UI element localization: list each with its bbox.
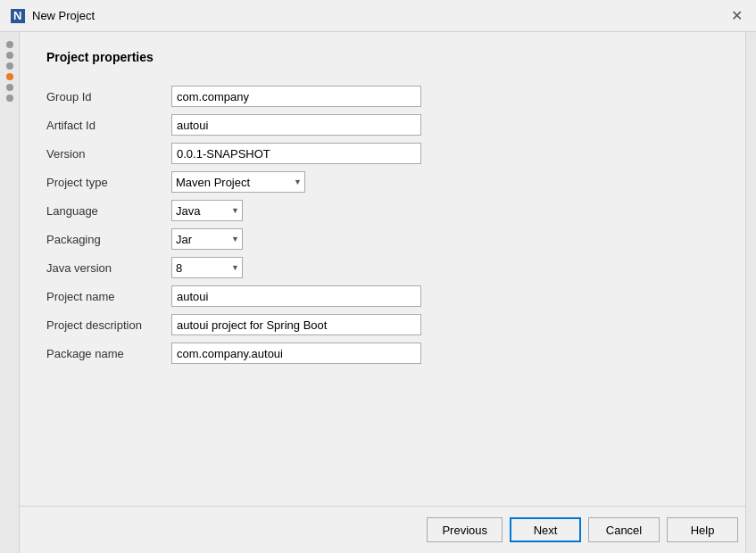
label-language: Language	[46, 196, 171, 225]
select-wrapper-packaging: Jar War	[171, 228, 243, 250]
label-project-type: Project type	[46, 168, 171, 196]
label-java-version: Java version	[46, 253, 171, 282]
title-bar: N New Project ✕	[0, 0, 756, 32]
section-title: Project properties	[46, 50, 729, 64]
select-wrapper-project-type: Maven Project Gradle Project	[171, 171, 305, 193]
stripe-dot-3	[6, 62, 13, 70]
input-project-description[interactable]	[171, 314, 421, 335]
cell-package-name	[171, 339, 493, 367]
app-icon: N	[11, 9, 25, 23]
input-project-name[interactable]	[171, 285, 421, 307]
label-version: Version	[46, 139, 171, 168]
label-project-name: Project name	[46, 282, 171, 310]
content-area: Project properties Group Id Artifact Id …	[20, 32, 756, 506]
label-project-description: Project description	[46, 310, 171, 339]
input-group-id[interactable]	[171, 86, 421, 107]
main-content: Project properties Group Id Artifact Id …	[0, 32, 756, 553]
cell-version	[171, 139, 493, 168]
stripe-dot-2	[6, 52, 13, 59]
left-stripe	[0, 32, 20, 553]
label-packaging: Packaging	[46, 225, 171, 253]
bottom-bar: Previous Next Cancel Help	[20, 506, 756, 553]
input-package-name[interactable]	[171, 343, 421, 364]
label-artifact-id: Artifact Id	[46, 111, 171, 139]
cell-artifact-id	[171, 111, 493, 139]
input-artifact-id[interactable]	[171, 114, 421, 136]
stripe-dot-6	[6, 95, 13, 102]
input-version[interactable]	[171, 143, 421, 164]
select-java-version[interactable]: 8 11 17	[171, 257, 243, 278]
cell-project-type: Maven Project Gradle Project	[171, 168, 493, 196]
previous-button[interactable]: Previous	[427, 517, 503, 542]
svg-text:N: N	[13, 10, 21, 22]
select-project-type[interactable]: Maven Project Gradle Project	[171, 171, 305, 193]
cancel-button[interactable]: Cancel	[588, 517, 660, 542]
cell-project-description	[171, 310, 493, 339]
next-button[interactable]: Next	[510, 517, 581, 542]
label-package-name: Package name	[46, 339, 171, 367]
stripe-dot-5	[6, 84, 13, 91]
dialog-title: New Project	[32, 9, 95, 22]
cell-language: Java Kotlin Groovy	[171, 196, 493, 225]
close-button[interactable]: ✕	[727, 7, 745, 25]
select-language[interactable]: Java Kotlin Groovy	[171, 200, 243, 221]
stripe-dot-4	[6, 73, 13, 80]
form-grid: Group Id Artifact Id Version Project typ…	[46, 82, 493, 367]
label-group-id: Group Id	[46, 82, 171, 111]
select-wrapper-java-version: 8 11 17	[171, 257, 243, 278]
select-packaging[interactable]: Jar War	[171, 228, 243, 250]
cell-group-id	[171, 82, 493, 111]
cell-java-version: 8 11 17	[171, 253, 493, 282]
cell-packaging: Jar War	[171, 225, 493, 253]
cell-project-name	[171, 282, 493, 310]
help-button[interactable]: Help	[667, 517, 738, 542]
right-stripe	[745, 32, 756, 553]
select-wrapper-language: Java Kotlin Groovy	[171, 200, 243, 221]
stripe-dot-1	[6, 41, 13, 48]
